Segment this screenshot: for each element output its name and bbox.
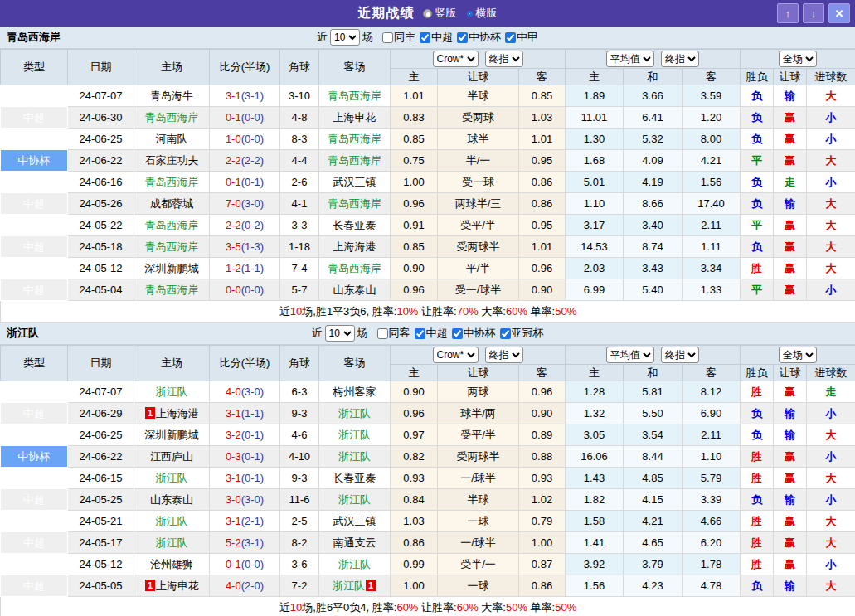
away-team-cell: 上海申花 — [319, 107, 391, 129]
match-date-cell: 24-05-17 — [68, 532, 134, 554]
handicap-result-cell: 赢 — [774, 258, 807, 279]
match-date-cell: 24-05-18 — [68, 236, 134, 258]
filter-checkbox-中甲[interactable]: 中甲 — [501, 30, 538, 45]
checkbox-label: 中协杯 — [469, 30, 501, 45]
fulltime-score: 2-2 — [226, 219, 241, 231]
avg-home-odds-cell: 11.01 — [566, 107, 624, 129]
goals-result-cell: 走 — [807, 381, 855, 403]
checkbox-input[interactable] — [500, 328, 511, 339]
match-row: 中超24-06-291上海海港3-1(1-1)9-3浙江队0.96球半/两0.9… — [1, 403, 855, 424]
checkbox-input[interactable] — [457, 32, 468, 43]
filter-checkbox-中超[interactable]: 中超 — [415, 30, 453, 45]
corner-cell: 4-1 — [280, 193, 319, 215]
home-team-cell: 浙江队 — [134, 381, 210, 403]
filter-checkbox-亚冠杯[interactable]: 亚冠杯 — [496, 326, 544, 341]
odds-time-select[interactable]: 终指 — [485, 347, 523, 363]
subcol-result: 胜负 — [741, 69, 774, 85]
away-team-name: 武汉三镇 — [333, 515, 376, 527]
average-odds-group: 平均值终指 — [566, 346, 741, 365]
subcol-avg-home: 主 — [566, 69, 624, 85]
handicap-line-cell: 受两球半 — [438, 446, 519, 468]
filter-checkbox-中超[interactable]: 中超 — [410, 326, 448, 341]
result-cell: 负 — [741, 172, 774, 193]
away-team-name: 青岛西海岸 — [328, 154, 381, 167]
result-cell: 胜 — [741, 446, 774, 468]
avg-home-odds-cell: 6.99 — [566, 279, 624, 301]
result-cell: 负 — [741, 107, 774, 129]
checkbox-input[interactable] — [505, 32, 516, 43]
checkbox-input[interactable] — [420, 32, 430, 43]
handicap-home-odds-cell: 0.97 — [391, 424, 438, 446]
radio-label: 竖版 — [435, 6, 457, 21]
radio-icon[interactable] — [467, 11, 473, 17]
handicap-odds-group: Crow*终指 — [391, 50, 566, 69]
checkbox-input[interactable] — [415, 328, 425, 339]
move-up-button[interactable]: ↑ — [777, 3, 799, 23]
avg-draw-odds-cell: 8.74 — [624, 236, 683, 258]
scope-select[interactable]: 全场 — [779, 51, 817, 67]
home-team-cell: 深圳新鹏城 — [134, 424, 210, 446]
handicap-away-odds-cell: 0.86 — [519, 193, 566, 215]
goals-result-cell: 大 — [807, 258, 855, 279]
checkbox-input[interactable] — [377, 328, 388, 339]
handicap-away-odds-cell: 0.86 — [519, 172, 566, 193]
score-cell: 3-2(0-1) — [210, 424, 280, 446]
handicap-home-odds-cell: 0.83 — [391, 107, 438, 129]
league-type-cell: 中超 — [1, 381, 68, 403]
subcol-avg-home: 主 — [566, 365, 624, 381]
average-select[interactable]: 平均值 — [606, 51, 654, 67]
avg-draw-odds-cell: 3.43 — [624, 258, 683, 279]
average-time-select[interactable]: 终指 — [661, 51, 699, 67]
fulltime-score: 3-1 — [226, 472, 241, 484]
match-row: 中超24-06-25河南队1-0(0-0)8-3青岛西海岸0.85球半1.011… — [1, 129, 855, 150]
layout-radio-vertical[interactable]: 竖版 — [423, 6, 457, 21]
filter-checkbox-同主[interactable]: 同主 — [376, 30, 415, 45]
league-type-cell: 中协杯 — [1, 446, 68, 468]
odds-source-select[interactable]: Crow* — [433, 347, 479, 363]
match-filter: 近 10 场 同客中超中协杯亚冠杯 — [312, 325, 544, 342]
goals-result-cell: 小 — [807, 279, 855, 301]
col-header-home: 主场 — [134, 346, 210, 381]
fulltime-score: 1-0 — [226, 133, 241, 145]
summary-segment: 单率: — [527, 601, 555, 614]
subcol-avg-away: 客 — [683, 69, 741, 85]
avg-draw-odds-cell: 8.44 — [624, 446, 683, 468]
handicap-line-cell: 受两球 — [438, 107, 519, 129]
handicap-home-odds-cell: 1.00 — [391, 172, 438, 193]
avg-away-odds-cell: 3.59 — [683, 85, 741, 107]
radio-icon[interactable] — [423, 9, 432, 18]
average-time-select[interactable]: 终指 — [661, 347, 699, 363]
filter-checkbox-同客[interactable]: 同客 — [371, 326, 410, 341]
recent-results-window: 近期战绩 竖版横版 ↑ ↓ ✕ 青岛西海岸 近 10 场 同主中超中协杯中甲 类… — [0, 0, 855, 616]
away-team-cell: 山东泰山 — [319, 279, 391, 301]
filter-checkbox-中协杯[interactable]: 中协杯 — [448, 326, 496, 341]
result-cell: 负 — [741, 489, 774, 511]
checkbox-input[interactable] — [452, 328, 463, 339]
scope-select[interactable]: 全场 — [779, 347, 817, 363]
summary-segment: 近 — [279, 305, 290, 318]
away-team-cell: 浙江队 — [319, 424, 391, 446]
handicap-line-cell: 受平/半 — [438, 215, 519, 236]
match-count-select[interactable]: 10 — [325, 325, 355, 342]
layout-radio-horizontal[interactable]: 横版 — [467, 6, 498, 21]
filter-checkbox-中协杯[interactable]: 中协杯 — [453, 30, 501, 45]
score-cell: 3-0(3-0) — [210, 489, 280, 511]
odds-time-select[interactable]: 终指 — [485, 51, 523, 67]
summary-segment: 场,胜6平0负4, 胜率: — [302, 601, 396, 614]
handicap-home-odds-cell: 0.82 — [391, 446, 438, 468]
handicap-home-odds-cell: 0.96 — [391, 193, 438, 215]
away-team-cell: 上海海港 — [319, 236, 391, 258]
fulltime-score: 4-0 — [226, 386, 241, 398]
home-team-cell: 1上海海港 — [134, 403, 210, 424]
goals-result-cell: 大 — [807, 532, 855, 554]
fulltime-score: 3-1 — [226, 90, 241, 102]
home-team-name: 上海申花 — [156, 580, 199, 592]
average-select[interactable]: 平均值 — [606, 347, 654, 363]
checkbox-input[interactable] — [382, 32, 393, 43]
match-count-select[interactable]: 10 — [330, 29, 360, 46]
odds-source-select[interactable]: Crow* — [433, 51, 479, 67]
home-team-cell: 成都蓉城 — [134, 193, 210, 215]
avg-away-odds-cell: 1.10 — [683, 446, 741, 468]
move-down-button[interactable]: ↓ — [803, 3, 824, 23]
close-button[interactable]: ✕ — [828, 3, 850, 23]
